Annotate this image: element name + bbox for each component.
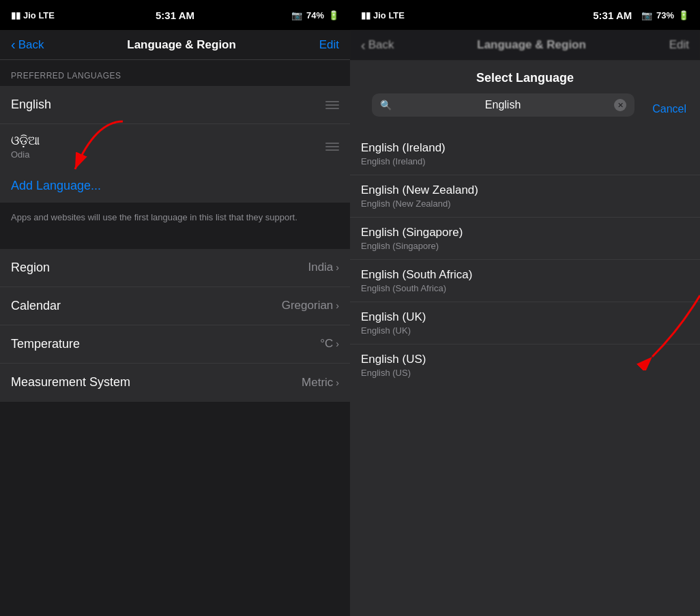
right-time: 5:31 AM	[593, 10, 632, 21]
temperature-value: °C	[320, 337, 333, 351]
measurement-item[interactable]: Measurement System Metric ›	[0, 364, 350, 402]
settings-group: Region India › Calendar Gregorian › Temp…	[0, 249, 350, 402]
temperature-chevron-icon: ›	[336, 338, 339, 349]
temperature-value-group: °C ›	[320, 337, 339, 351]
odia-script-label: ଓଡ଼ିଆ	[11, 134, 40, 148]
right-status-left: ▮▮ Jio LTE	[361, 10, 405, 20]
search-bar[interactable]: 🔍 English ✕	[372, 93, 635, 117]
left-time: 5:31 AM	[156, 10, 194, 21]
odia-drag-handle	[325, 143, 339, 151]
add-language-button[interactable]: Add Language...	[0, 169, 350, 203]
right-battery-icon: 🔋	[678, 10, 689, 20]
right-nav-title: Language & Region	[477, 38, 586, 52]
language-results-list: English (Ireland) English (Ireland) Engl…	[350, 133, 700, 616]
right-carrier: Jio LTE	[373, 10, 405, 20]
left-back-chevron: ‹	[11, 37, 16, 53]
add-language-arrow	[55, 115, 136, 183]
search-input[interactable]: English	[397, 99, 609, 111]
measurement-value: Metric	[302, 376, 333, 390]
modal-header: Select Language 🔍 English ✕ Cancel	[350, 60, 700, 133]
left-back-label[interactable]: Back	[18, 38, 44, 52]
list-item[interactable]: English (New Zealand) English (New Zeala…	[350, 175, 700, 218]
region-value: India	[308, 261, 333, 274]
list-item[interactable]: English (UK) English (UK)	[350, 302, 700, 344]
lang-name-ireland: English (Ireland)	[361, 141, 689, 155]
right-signal-icon: ▮▮	[361, 10, 370, 20]
measurement-value-group: Metric ›	[302, 376, 339, 390]
right-panel: ▮▮ Jio LTE 5:31 AM 📷 73% 🔋 ‹ Back Langua…	[350, 0, 700, 616]
clear-search-button[interactable]: ✕	[614, 99, 626, 111]
left-status-bar: ▮▮ Jio LTE 5:31 AM 📷 74% 🔋	[0, 0, 350, 30]
calendar-value-group: Gregorian ›	[282, 299, 339, 312]
english-uk-arrow	[625, 289, 700, 370]
modal-title: Select Language	[350, 71, 700, 93]
cancel-button[interactable]: Cancel	[652, 103, 686, 115]
right-back-button: ‹ Back	[361, 38, 394, 53]
right-status-right: 📷 73% 🔋	[641, 10, 689, 20]
preferred-languages-header: PREFERRED LANGUAGES	[0, 60, 350, 86]
region-label: Region	[11, 261, 50, 275]
lang-name-za: English (South Africa)	[361, 268, 689, 282]
odia-sub-label: Odia	[11, 149, 40, 160]
lang-name-nz: English (New Zealand)	[361, 184, 689, 197]
measurement-chevron-icon: ›	[336, 377, 339, 388]
calendar-label: Calendar	[11, 299, 61, 313]
odia-item-left: ଓଡ଼ିଆ Odia	[11, 134, 40, 160]
calendar-chevron-icon: ›	[336, 300, 339, 311]
right-battery: 73%	[656, 10, 674, 20]
search-row: 🔍 English ✕ Cancel	[350, 93, 700, 133]
right-status-bar: ▮▮ Jio LTE 5:31 AM 📷 73% 🔋	[350, 0, 700, 30]
right-back-label: Back	[368, 38, 394, 52]
left-back-button[interactable]: ‹ Back	[11, 37, 44, 53]
lang-name-sg: English (Singapore)	[361, 226, 689, 239]
left-status-right: 📷 74% 🔋	[291, 10, 339, 20]
info-text: Apps and websites will use the first lan…	[0, 203, 350, 233]
lang-sub-sg: English (Singapore)	[361, 241, 689, 251]
left-nav-title: Language & Region	[127, 38, 236, 52]
region-value-group: India ›	[308, 261, 339, 274]
region-item[interactable]: Region India ›	[0, 249, 350, 287]
left-carrier: Jio LTE	[23, 10, 55, 20]
left-edit-button[interactable]: Edit	[319, 38, 339, 52]
list-item[interactable]: English (Singapore) English (Singapore)	[350, 218, 700, 260]
left-battery: 74%	[306, 10, 324, 20]
left-battery-icon: 🔋	[328, 10, 339, 20]
english-label: English	[11, 98, 51, 112]
search-icon: 🔍	[380, 100, 392, 111]
english-drag-handle	[325, 101, 339, 109]
left-panel: ▮▮ Jio LTE 5:31 AM 📷 74% 🔋 ‹ Back Langua…	[0, 0, 350, 616]
left-status-left: ▮▮ Jio LTE	[11, 10, 55, 20]
lang-sub-nz: English (New Zealand)	[361, 199, 689, 209]
left-signal-icon: ▮▮	[11, 10, 20, 20]
list-item[interactable]: English	[0, 86, 350, 124]
region-chevron-icon: ›	[336, 262, 339, 273]
list-item[interactable]: English (Ireland) English (Ireland)	[350, 133, 700, 175]
right-nav-bar: ‹ Back Language & Region Edit	[350, 30, 700, 60]
language-list: English ଓଡ଼ିଆ Odia	[0, 86, 350, 169]
temperature-item[interactable]: Temperature °C ›	[0, 325, 350, 364]
calendar-value: Gregorian	[282, 299, 334, 312]
temperature-label: Temperature	[11, 337, 80, 351]
english-item-left: English	[11, 98, 51, 112]
right-edit-button: Edit	[669, 38, 689, 52]
lang-sub-ireland: English (Ireland)	[361, 156, 689, 166]
left-nav-bar: ‹ Back Language & Region Edit	[0, 30, 350, 60]
add-language-container: Add Language...	[0, 169, 350, 203]
left-camera-icon: 📷	[291, 10, 302, 20]
right-camera-icon: 📷	[641, 10, 652, 20]
list-item[interactable]: ଓଡ଼ିଆ Odia	[0, 124, 350, 169]
calendar-item[interactable]: Calendar Gregorian ›	[0, 287, 350, 325]
measurement-label: Measurement System	[11, 375, 130, 390]
